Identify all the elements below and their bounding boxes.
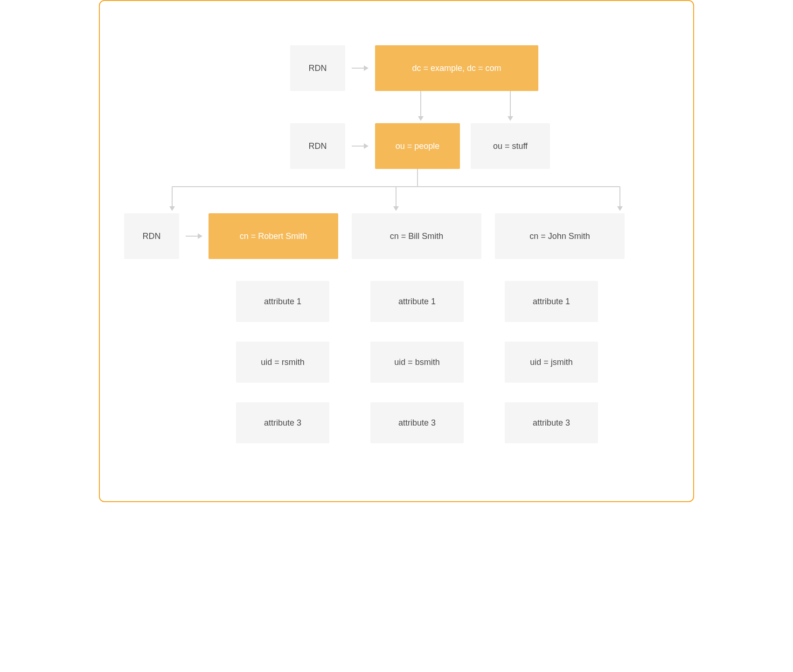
- rdn-label-2: RDN: [290, 123, 345, 169]
- attr-box: uid = jsmith: [505, 342, 598, 383]
- attr-box: attribute 3: [236, 402, 329, 443]
- svg-marker-11: [169, 206, 175, 211]
- arrow-right-icon: [352, 140, 369, 153]
- arrow-right-icon: [186, 230, 202, 243]
- cn-node-1: cn = Bill Smith: [352, 213, 481, 259]
- svg-marker-5: [508, 116, 513, 121]
- cn-node-2: cn = John Smith: [495, 213, 625, 259]
- cn-node-0: cn = Robert Smith: [209, 213, 338, 259]
- attr-box: attribute 1: [370, 281, 464, 322]
- svg-marker-1: [364, 65, 369, 71]
- attr-box: uid = rsmith: [236, 342, 329, 383]
- root-node: dc = example, dc = com: [375, 45, 538, 91]
- attr-box: uid = bsmith: [370, 342, 464, 383]
- svg-marker-15: [617, 206, 623, 211]
- svg-marker-7: [364, 143, 369, 149]
- attr-box: attribute 3: [505, 402, 598, 443]
- arrow-right-icon: [352, 62, 369, 75]
- rdn-label-1: RDN: [290, 45, 345, 91]
- attr-box: attribute 1: [505, 281, 598, 322]
- ou-people-node: ou = people: [375, 123, 460, 169]
- diagram-frame: RDN dc = example, dc = com RDN ou = peop…: [99, 0, 694, 502]
- svg-marker-3: [418, 116, 424, 121]
- ou-stuff-node: ou = stuff: [471, 123, 550, 169]
- connector-people-to-cn: [100, 169, 695, 214]
- svg-marker-17: [198, 233, 202, 239]
- svg-marker-13: [393, 206, 399, 211]
- attr-box: attribute 3: [370, 402, 464, 443]
- attr-box: attribute 1: [236, 281, 329, 322]
- connector-root-to-level2: [100, 91, 695, 124]
- rdn-label-3: RDN: [124, 213, 179, 259]
